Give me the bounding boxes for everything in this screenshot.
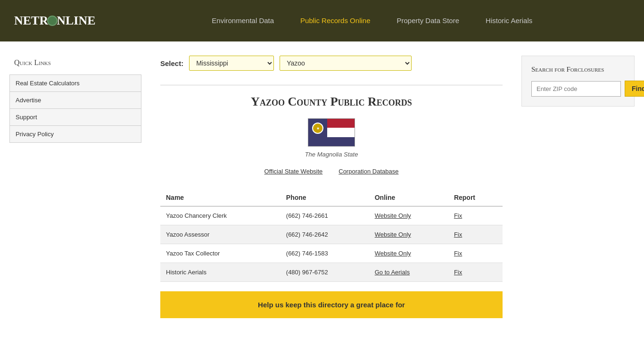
cell-name: Yazoo Tax Collector bbox=[160, 244, 281, 263]
state-select[interactable]: Mississippi Alabama Alaska Arizona Arkan… bbox=[189, 56, 274, 71]
flag-stripe-blue bbox=[308, 137, 355, 146]
sidebar-item-real-estate[interactable]: Real Estate Calculators bbox=[10, 75, 141, 92]
online-link[interactable]: Go to Aerials bbox=[375, 269, 410, 276]
cell-name: Yazoo Chancery Clerk bbox=[160, 206, 281, 225]
col-name: Name bbox=[160, 189, 281, 206]
online-link[interactable]: Website Only bbox=[375, 212, 411, 219]
sidebar-item-privacy[interactable]: Privacy Policy bbox=[10, 126, 141, 142]
corporation-database-link[interactable]: Corporation Database bbox=[339, 168, 398, 175]
real-estate-link[interactable]: Real Estate Calculators bbox=[10, 75, 141, 91]
sidebar-item-support[interactable]: Support bbox=[10, 109, 141, 126]
fix-link[interactable]: Fix bbox=[454, 231, 462, 238]
flag-seal: ★ bbox=[312, 123, 323, 134]
site-header: NETRNLINE Environmental Data Public Reco… bbox=[0, 0, 644, 41]
foreclosure-box: Search for Forclosures Find! bbox=[521, 56, 635, 107]
fix-link[interactable]: Fix bbox=[454, 250, 462, 257]
col-online: Online bbox=[369, 189, 448, 206]
privacy-link[interactable]: Privacy Policy bbox=[10, 126, 141, 142]
col-phone: Phone bbox=[281, 189, 369, 206]
cell-report[interactable]: Fix bbox=[448, 225, 503, 244]
main-nav: Environmental Data Public Records Online… bbox=[115, 0, 630, 41]
cell-online[interactable]: Website Only bbox=[369, 206, 448, 225]
flag-canton: ★ bbox=[308, 119, 327, 138]
cell-phone: (662) 746-2661 bbox=[281, 206, 369, 225]
right-sidebar: Search for Forclosures Find! bbox=[512, 51, 644, 318]
nav-public-records[interactable]: Public Records Online bbox=[287, 0, 383, 41]
table-row: Yazoo Tax Collector(662) 746-1583Website… bbox=[160, 244, 503, 263]
main-content: Select: Mississippi Alabama Alaska Arizo… bbox=[151, 51, 512, 318]
sidebar-item-advertise[interactable]: Advertise bbox=[10, 92, 141, 109]
online-link[interactable]: Website Only bbox=[375, 231, 411, 238]
cell-name: Historic Aerials bbox=[160, 263, 281, 282]
state-flag: ★ bbox=[308, 118, 355, 147]
find-button[interactable]: Find! bbox=[625, 81, 644, 97]
cell-online[interactable]: Website Only bbox=[369, 225, 448, 244]
table-row: Yazoo Assessor(662) 746-2642Website Only… bbox=[160, 225, 503, 244]
site-logo[interactable]: NETRNLINE bbox=[14, 14, 96, 28]
support-link[interactable]: Support bbox=[10, 109, 141, 125]
cell-report[interactable]: Fix bbox=[448, 263, 503, 282]
county-title: Yazoo County Public Records bbox=[160, 95, 503, 109]
cell-phone: (662) 746-2642 bbox=[281, 225, 369, 244]
county-section: Yazoo County Public Records ★ The Magnol… bbox=[160, 85, 503, 282]
cell-report[interactable]: Fix bbox=[448, 206, 503, 225]
nav-historic-aerials[interactable]: Historic Aerials bbox=[472, 0, 545, 41]
table-row: Historic Aerials(480) 967-6752Go to Aeri… bbox=[160, 263, 503, 282]
flag-area: ★ The Magnolia State bbox=[160, 118, 503, 158]
nav-environmental[interactable]: Environmental Data bbox=[198, 0, 287, 41]
globe-icon bbox=[47, 16, 58, 26]
cell-online[interactable]: Go to Aerials bbox=[369, 263, 448, 282]
quick-links-list: Real Estate Calculators Advertise Suppor… bbox=[9, 74, 141, 143]
footer-banner: Help us keep this directory a great plac… bbox=[160, 291, 503, 318]
flag-caption: The Magnolia State bbox=[160, 151, 503, 158]
zip-input[interactable] bbox=[531, 81, 621, 97]
cell-phone: (480) 967-6752 bbox=[281, 263, 369, 282]
foreclosure-form: Find! bbox=[531, 81, 625, 97]
cell-online[interactable]: Website Only bbox=[369, 244, 448, 263]
cell-phone: (662) 746-1583 bbox=[281, 244, 369, 263]
table-row: Yazoo Chancery Clerk(662) 746-2661Websit… bbox=[160, 206, 503, 225]
foreclosure-title: Search for Forclosures bbox=[531, 66, 625, 74]
select-label: Select: bbox=[160, 59, 183, 67]
advertise-link[interactable]: Advertise bbox=[10, 92, 141, 108]
fix-link[interactable]: Fix bbox=[454, 269, 462, 276]
online-link[interactable]: Website Only bbox=[375, 250, 411, 257]
fix-link[interactable]: Fix bbox=[454, 212, 462, 219]
state-links: Official State Website Corporation Datab… bbox=[160, 167, 503, 175]
table-header: Name Phone Online Report bbox=[160, 189, 503, 206]
quick-links-title: Quick Links bbox=[9, 56, 141, 70]
cell-report[interactable]: Fix bbox=[448, 244, 503, 263]
official-state-link[interactable]: Official State Website bbox=[264, 168, 323, 175]
left-sidebar: Quick Links Real Estate Calculators Adve… bbox=[0, 51, 151, 318]
col-report: Report bbox=[448, 189, 503, 206]
nav-property-data[interactable]: Property Data Store bbox=[383, 0, 472, 41]
records-table: Name Phone Online Report Yazoo Chancery … bbox=[160, 189, 503, 282]
footer-banner-text: Help us keep this directory a great plac… bbox=[258, 301, 405, 309]
select-row: Select: Mississippi Alabama Alaska Arizo… bbox=[160, 51, 503, 75]
county-select[interactable]: Adams Alcorn Bolivar Coahoma Hinds Holme… bbox=[280, 56, 412, 71]
table-body: Yazoo Chancery Clerk(662) 746-2661Websit… bbox=[160, 206, 503, 282]
page-wrapper: Quick Links Real Estate Calculators Adve… bbox=[0, 41, 644, 328]
cell-name: Yazoo Assessor bbox=[160, 225, 281, 244]
